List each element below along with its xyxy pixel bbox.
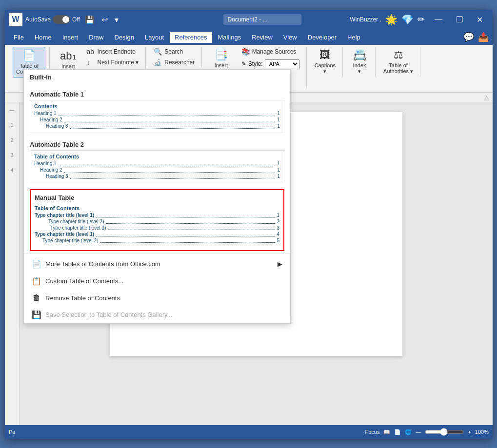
menu-help[interactable]: Help (342, 32, 365, 43)
maximize-button[interactable]: ❐ (450, 12, 469, 27)
read-mode-icon[interactable]: 📖 (383, 429, 390, 435)
left-sidebar-4: 4 (11, 168, 14, 173)
manual-line-1: Type chapter title (level 1) 1 (35, 213, 279, 218)
manual-table-title: Manual Table (35, 194, 279, 201)
sidebar-left: — 1 2 3 4 (5, 102, 20, 425)
undo-icon[interactable]: ↩ (99, 13, 110, 26)
redo-icon[interactable]: ▾ (113, 13, 120, 26)
auto-table1-h3: Heading 3 1 (34, 123, 280, 129)
menu-draw[interactable]: Draw (84, 32, 108, 43)
auto-table1-title: Automatic Table 1 (30, 91, 284, 98)
remove-toc-label: Remove Table of Contents (45, 294, 120, 302)
focus-label: Focus (365, 429, 379, 435)
researcher-label: Researcher (164, 59, 195, 66)
ribbon-group-index: 📇 Index ▾ (344, 47, 376, 77)
endnote-icon: ab (87, 48, 96, 56)
remove-toc-icon: 🗑 (32, 293, 41, 302)
next-footnote-button[interactable]: ↓ Next Footnote ▾ (84, 58, 142, 67)
share-icon[interactable]: 📤 (478, 32, 489, 42)
menu-layout[interactable]: Layout (140, 32, 169, 43)
researcher-button[interactable]: 🔬 Researcher (151, 58, 198, 67)
auto-table1-h2: Heading 2 1 (34, 117, 280, 122)
left-sidebar-1: 1 (11, 122, 14, 128)
menu-view[interactable]: View (278, 32, 302, 43)
manage-sources-icon: 📚 (241, 48, 250, 56)
index-icon: 📇 (353, 49, 366, 61)
auto-table2-title: Automatic Table 2 (30, 141, 284, 148)
title-bar: W AutoSave Off 💾 ↩ ▾ WinBuzzer . 🌟 💎 ✏ —… (5, 10, 493, 29)
zoom-slider[interactable] (425, 428, 464, 436)
citation-icon: 📑 (215, 49, 228, 61)
index-label: Index (353, 62, 366, 68)
focus-button[interactable]: Focus (365, 429, 379, 435)
manual-line-3: Type chapter title (level 3) 3 (35, 225, 279, 231)
manual-line-5: Type chapter title (level 2) 5 (35, 238, 279, 243)
style-select[interactable]: APAMLAChicago (265, 59, 299, 68)
custom-toc-item[interactable]: 📋 Custom Table of Contents... (24, 273, 290, 290)
toc-dropdown: Built-In Automatic Table 1 Contents Head… (23, 69, 291, 324)
captions-label: Captions (315, 62, 336, 68)
menu-mailings[interactable]: Mailings (213, 32, 246, 43)
auto-table2-item[interactable]: Automatic Table 2 Table of Contents Head… (24, 137, 290, 187)
autosave-toggle[interactable] (53, 15, 70, 24)
comments-icon[interactable]: 💬 (463, 32, 474, 42)
menu-bar: File Home Insert Draw Design Layout Refe… (5, 29, 493, 45)
left-sidebar-line: — (10, 107, 15, 113)
insert-endnote-button[interactable]: ab Insert Endnote (84, 47, 142, 57)
insert-footnote-icon: ab₁ (60, 50, 76, 62)
window-controls: — ❐ ✕ (429, 12, 489, 27)
manage-sources-button[interactable]: 📚 Manage Sources (239, 47, 302, 57)
minimize-button[interactable]: — (429, 12, 448, 27)
auto-table2-h1: Heading 1 1 (34, 161, 280, 166)
builtin-label: Built-In (30, 74, 284, 81)
auto-table2-preview: Table of Contents Heading 1 1 Heading 2 … (30, 150, 284, 183)
close-button[interactable]: ✕ (471, 12, 489, 27)
authorities-icon: ⚖ (394, 49, 403, 61)
save-toc-icon: 💾 (32, 310, 41, 319)
autosave-label: AutoSave (25, 16, 51, 23)
page-label: Pa (9, 429, 15, 435)
save-icon[interactable]: 💾 (83, 13, 97, 26)
zoom-out-icon[interactable]: — (416, 429, 421, 435)
menu-file[interactable]: File (9, 32, 29, 43)
search-button[interactable]: 🔍 Search (151, 47, 186, 57)
title-search-input[interactable] (223, 14, 301, 25)
menu-home[interactable]: Home (30, 32, 57, 43)
captions-icon: 🖼 (319, 49, 330, 61)
style-icon: ✎ (241, 60, 246, 67)
menu-design[interactable]: Design (110, 32, 139, 43)
web-layout-icon[interactable]: 🌐 (405, 429, 412, 435)
auto-table1-preview-title: Contents (34, 103, 280, 109)
manual-table-item[interactable]: Manual Table Table of Contents Type chap… (30, 189, 284, 251)
captions-button[interactable]: 🖼 Captions ▾ (312, 47, 338, 77)
endnote-label: Insert Endnote (98, 48, 136, 55)
menu-review[interactable]: Review (247, 32, 278, 43)
left-sidebar-3: 3 (11, 153, 14, 158)
index-button[interactable]: 📇 Index ▾ (348, 47, 371, 77)
next-footnote-label: Next Footnote ▾ (98, 59, 139, 66)
ribbon-group-captions: 🖼 Captions ▾ (308, 47, 343, 77)
menu-insert[interactable]: Insert (58, 32, 83, 43)
title-bar-left: W AutoSave Off 💾 ↩ ▾ (9, 13, 176, 26)
auto-table1-item[interactable]: Automatic Table 1 Contents Heading 1 1 H… (24, 87, 290, 137)
builtin-section: Built-In (24, 70, 290, 87)
status-bar: Pa Focus 📖 📄 🌐 — + 100% (5, 425, 493, 439)
winbuzzer-label: WinBuzzer . (350, 16, 381, 23)
remove-toc-item[interactable]: 🗑 Remove Table of Contents (24, 290, 290, 306)
more-toc-item[interactable]: 📄 More Tables of Contents from Office.co… (24, 255, 290, 273)
word-app-icon: W (9, 13, 22, 26)
print-layout-icon[interactable]: 📄 (394, 429, 401, 435)
zoom-in-icon[interactable]: + (468, 429, 471, 435)
authorities-button[interactable]: ⚖ Table of Authorities ▾ (380, 47, 416, 77)
menu-references[interactable]: References (170, 32, 212, 43)
status-right: Focus 📖 📄 🌐 — + 100% (365, 428, 489, 436)
manual-line-2: Type chapter title (level 2) 2 (35, 219, 279, 224)
pen-icon: ✏ (417, 14, 425, 25)
index-arrow: ▾ (358, 68, 361, 75)
captions-arrow: ▾ (323, 68, 326, 75)
manual-toc-preview: Table of Contents Type chapter title (le… (35, 203, 279, 246)
style-label: Style: (248, 60, 263, 67)
menu-developer[interactable]: Developer (303, 32, 341, 43)
zoom-level: 100% (475, 429, 489, 435)
next-fn-icon: ↓ (87, 58, 96, 66)
